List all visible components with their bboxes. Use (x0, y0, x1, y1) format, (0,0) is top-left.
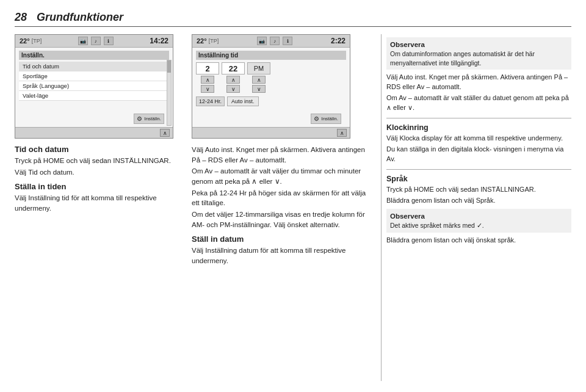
observera-text-2: Det aktive språket märks med ✓. (390, 222, 484, 229)
menu-item-1[interactable]: Tid och datum (19, 62, 169, 71)
right-text-2: Om Av – automatlt är valt ställer du dat… (386, 93, 571, 113)
screen-icons: 📷 ♪ ℹ (78, 37, 114, 45)
left-text-3: Välj Inställning tid för att komma till … (15, 193, 186, 213)
settings-button-left[interactable]: ⚙ Inställn. (134, 114, 164, 124)
left-subheading: Ställa in tiden (15, 182, 186, 191)
time-bottom-row: 12-24 Hr. Auto inst. (196, 96, 346, 106)
scrollbar-thumb (167, 60, 171, 73)
observera-box-1: Observera Om datuminformation anges auto… (386, 37, 571, 70)
right-text-7: Bläddra genom listan och välj önskat spr… (386, 236, 571, 245)
icon-info: ℹ (104, 37, 114, 45)
right-heading-3: Språk (386, 175, 571, 183)
icon-phone: 📷 (78, 37, 88, 45)
menu-item-4[interactable]: Valet-läge (19, 91, 169, 101)
menu-title-left: Inställn. (19, 51, 169, 60)
screen-bottom-bar-right: ∧ (192, 127, 350, 138)
arrow-up-button-right[interactable]: ∧ (337, 129, 347, 137)
left-heading-1: Tid och datum (15, 145, 186, 154)
divider-2 (386, 169, 571, 170)
screen-bottom-bar-left: ∧ (15, 127, 173, 138)
menu-item-4-label: Valet-läge (23, 92, 48, 99)
right-text-6: Bläddra genom listan och välj Språk. (386, 196, 571, 206)
screen-mockup-right: 22° [TP] 📷 ♪ ℹ 2:22 Inställning tid 2 (192, 34, 350, 139)
right-text-5: Tryck på HOME och välj sedan INSTÄLLNING… (386, 185, 571, 195)
main-content: 22° [TP] 📷 ♪ ℹ 14:22 Inställn. Tid och d… (15, 34, 571, 381)
screen-body-left: Inställn. Tid och datum Sportläge Språk … (15, 48, 173, 127)
ampm-up[interactable]: ∧ (252, 76, 266, 84)
temp-display-right: 22° (197, 37, 207, 45)
right-text-3: Välj Klocka display för att komma till r… (386, 134, 571, 143)
icon-music-r: ♪ (270, 37, 280, 45)
column-right: Observera Om datuminformation anges auto… (381, 34, 571, 381)
right-text-4: Du kan ställga in den digitala klock- vi… (386, 145, 571, 164)
right-heading-2: Klockinring (386, 123, 571, 132)
menu-item-2-label: Sportläge (23, 73, 48, 79)
mid-subheading: Ställ in datum (192, 234, 375, 244)
right-text-1: Välj Auto inst. Knget mer på skärmen. Ak… (386, 73, 571, 92)
hours-down[interactable]: ∨ (201, 85, 214, 93)
divider-1 (386, 118, 571, 118)
time-setting-grid: 2 ∧ ∨ 22 ∧ ∨ PM ∧ ∨ (196, 62, 346, 93)
screen-topbar-left: 22° [TP] 📷 ♪ ℹ 14:22 (15, 35, 173, 48)
mid-text-2: Om Av – automatlt är valt väljer du timm… (192, 166, 375, 186)
time-col-ampm: PM ∧ ∨ (247, 62, 270, 93)
mid-text-3: Peka på 12-24 Hr på höger sida av skärme… (192, 188, 375, 208)
time-col-hours: 2 ∧ ∨ (196, 62, 219, 93)
observera-title-2: Observera (390, 211, 568, 221)
tp-badge-right: [TP] (209, 38, 219, 44)
settings-label-right: Inställn. (321, 116, 338, 122)
settings-label-left: Inställn. (144, 116, 161, 122)
topbar-left-info: 22° [TP] (20, 37, 42, 45)
menu-item-3[interactable]: Språk (Language) (19, 81, 169, 91)
hours-display: 2 (196, 62, 219, 74)
screen-mockup-left: 22° [TP] 📷 ♪ ℹ 14:22 Inställn. Tid och d… (15, 34, 173, 139)
gear-icon: ⚙ (137, 115, 142, 122)
icon-phone-r: 📷 (257, 37, 267, 45)
mid-text-1: Välj Auto inst. Knget mer på skärmen. Ak… (192, 145, 375, 165)
clock-display: 14:22 (150, 37, 168, 45)
time-col-minutes: 22 ∧ ∨ (222, 62, 245, 93)
screen-topbar-right: 22° [TP] 📷 ♪ ℹ 2:22 (192, 35, 350, 48)
left-text-2: Välj Tid och datum. (15, 167, 186, 178)
hours-up[interactable]: ∧ (201, 76, 214, 84)
menu-item-3-label: Språk (Language) (23, 82, 69, 89)
auto-inst-button[interactable]: Auto inst. (227, 96, 259, 106)
ampm-display: PM (247, 62, 270, 74)
page: 28 Grundfunktioner 22° [TP] 📷 ♪ ℹ 14 (0, 0, 586, 392)
minutes-up[interactable]: ∧ (226, 76, 240, 84)
mid-text-5: Välj Inställning datum för att komma til… (192, 245, 375, 266)
icon-info-r: ℹ (283, 37, 292, 45)
settings-button-right[interactable]: ⚙ Inställn. (311, 114, 341, 124)
page-number: 28 (15, 11, 27, 24)
tp-badge: [TP] (32, 38, 42, 44)
mid-text-4: Om det väljer 12-timmarsiliga visas en t… (192, 209, 375, 230)
screen-icons-right: 📷 ♪ ℹ (257, 37, 292, 45)
page-title: Grundfunktioner (37, 11, 123, 24)
minutes-display: 22 (222, 62, 245, 74)
left-text-1: Tryck på HOME och välj sedan INSTÄLLNING… (15, 156, 186, 166)
screen-body-right: Inställning tid 2 ∧ ∨ 22 ∧ ∨ (192, 48, 350, 127)
column-mid: 22° [TP] 📷 ♪ ℹ 2:22 Inställning tid 2 (192, 34, 381, 381)
topbar-right-info: 22° [TP] (197, 37, 219, 45)
observera-title-1: Observera (390, 40, 568, 49)
menu-item-2[interactable]: Sportläge (19, 71, 169, 81)
time-format-toggle[interactable]: 12-24 Hr. (196, 96, 225, 106)
scrollbar[interactable] (167, 60, 172, 126)
observera-box-2: Observera Det aktive språket märks med ✓… (386, 209, 571, 233)
gear-icon-right: ⚙ (314, 115, 319, 122)
temp-display: 22° (20, 37, 30, 45)
menu-title-right: Inställning tid (196, 51, 346, 60)
ampm-down[interactable]: ∨ (252, 85, 266, 93)
menu-item-1-label: Tid och datum (23, 63, 59, 70)
arrow-up-button[interactable]: ∧ (160, 129, 170, 137)
clock-display-right: 2:22 (331, 37, 345, 45)
minutes-down[interactable]: ∨ (226, 85, 240, 93)
icon-music: ♪ (91, 37, 101, 45)
observera-text-1: Om datuminformation anges automatiskt är… (390, 50, 535, 67)
column-left: 22° [TP] 📷 ♪ ℹ 14:22 Inställn. Tid och d… (15, 34, 192, 381)
page-header: 28 Grundfunktioner (15, 11, 571, 27)
